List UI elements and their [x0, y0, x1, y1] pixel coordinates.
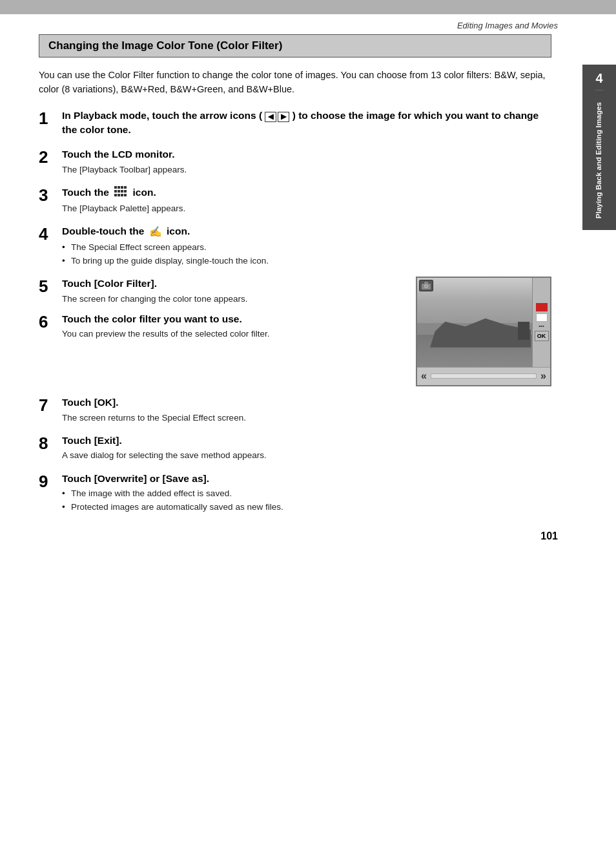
step-1-number: 1: [39, 109, 62, 127]
svg-point-15: [425, 285, 427, 288]
step-3-desc: The [Playback Palette] appears.: [62, 202, 551, 215]
left-arrow-icon: ◀: [265, 112, 276, 122]
sidebar-tab: 4 Playing Back and Editing Images: [582, 65, 616, 230]
svg-rect-3: [124, 186, 127, 189]
step-8-title: Touch [Exit].: [62, 434, 551, 448]
intro-text: You can use the Color Filter function to…: [39, 68, 551, 97]
step-5-desc: The screen for changing the color tone a…: [62, 293, 407, 306]
section-title: Changing the Image Color Tone (Color Fil…: [48, 39, 542, 52]
step-2-number: 2: [39, 147, 62, 165]
svg-rect-10: [121, 194, 123, 196]
step-5-content: Touch [Color Filter]. The screen for cha…: [62, 277, 407, 306]
svg-rect-5: [118, 190, 120, 193]
step-5-row: 5 Touch [Color Filter]. The screen for c…: [39, 277, 407, 306]
step-2-title: Touch the LCD monitor.: [62, 147, 551, 162]
step-8: 8 Touch [Exit]. A save dialog for select…: [39, 434, 551, 463]
step-4-bullet-2: To bring up the guide display, single-to…: [62, 255, 551, 267]
step-7-number: 7: [39, 395, 62, 414]
step-9-number: 9: [39, 472, 62, 490]
step-3-title: Touch the: [62, 185, 551, 200]
svg-rect-4: [114, 190, 117, 193]
step-6-number: 6: [39, 312, 62, 330]
svg-rect-0: [114, 186, 117, 189]
svg-rect-13: [424, 282, 428, 284]
step-4-bullet-1: The Special Effect screen appears.: [62, 241, 551, 254]
step-7: 7 Touch [OK]. The screen returns to the …: [39, 395, 551, 424]
step-6-row: 6 Touch the color filter you want to use…: [39, 312, 407, 341]
grid-icon: [114, 186, 127, 200]
step-3: 3 Touch the: [39, 185, 551, 215]
swatch-red: [536, 303, 548, 311]
svg-rect-9: [118, 194, 120, 196]
step-6-content: Touch the color filter you want to use. …: [62, 312, 407, 341]
hand-icon: ✍: [149, 225, 162, 239]
nav-left-arrow[interactable]: «: [421, 370, 427, 382]
page-number: 101: [540, 530, 558, 542]
swatch-white: [536, 313, 548, 322]
nav-progress-bar: [431, 373, 537, 379]
svg-rect-1: [118, 186, 120, 189]
svg-rect-8: [114, 194, 117, 196]
step-2-content: Touch the LCD monitor. The [Playback Too…: [62, 147, 551, 176]
step-7-content: Touch [OK]. The screen returns to the Sp…: [62, 395, 551, 424]
step-9: 9 Touch [Overwrite] or [Save as]. The im…: [39, 472, 551, 514]
step-7-title: Touch [OK].: [62, 395, 551, 410]
step-9-bullets: The image with the added effect is saved…: [62, 487, 551, 514]
header-text: Editing Images and Movies: [457, 21, 558, 30]
step-8-content: Touch [Exit]. A save dialog for selectin…: [62, 434, 551, 463]
step-1: 1 In Playback mode, touch the arrow icon…: [39, 109, 551, 138]
step-5-title: Touch [Color Filter].: [62, 277, 407, 291]
svg-rect-11: [124, 194, 127, 196]
step-2: 2 Touch the LCD monitor. The [Playback T…: [39, 147, 551, 176]
arrow-icons: ◀▶: [265, 112, 289, 122]
camera-nav-bar: « »: [417, 367, 550, 385]
step-9-bullet-2: Protected images are automatically saved…: [62, 501, 551, 514]
step-4-number: 4: [39, 224, 62, 242]
svg-rect-2: [121, 186, 123, 189]
top-bar: [0, 0, 616, 14]
step-3-number: 3: [39, 185, 62, 204]
ok-button[interactable]: OK: [535, 331, 549, 341]
step-1-title: In Playback mode, touch the arrow icons …: [62, 109, 551, 136]
step-9-content: Touch [Overwrite] or [Save as]. The imag…: [62, 472, 551, 514]
step-7-desc: The screen returns to the Special Effect…: [62, 412, 551, 424]
step-8-number: 8: [39, 434, 62, 452]
step-4: 4 Double-touch the ✍ icon. The Special E…: [39, 224, 551, 267]
step-5: 5 Touch [Color Filter]. The screen for c…: [39, 277, 551, 386]
step-6-desc: You can preview the results of the selec…: [62, 328, 407, 341]
step-8-desc: A save dialog for selecting the save met…: [62, 449, 551, 462]
color-swatch-panel: ••• OK: [532, 278, 550, 367]
svg-rect-7: [124, 190, 127, 193]
step-6-title: Touch the color filter you want to use.: [62, 312, 407, 326]
step-4-bullets: The Special Effect screen appears. To br…: [62, 241, 551, 267]
step-9-title: Touch [Overwrite] or [Save as].: [62, 472, 551, 486]
step-1-content: In Playback mode, touch the arrow icons …: [62, 109, 551, 138]
camera-preview: ••• OK « »: [416, 277, 551, 386]
camera-top-icon: [419, 280, 433, 291]
section-title-box: Changing the Image Color Tone (Color Fil…: [39, 34, 551, 58]
step-2-desc: The [Playback Toolbar] appears.: [62, 163, 551, 176]
swatch-dots: •••: [539, 324, 544, 329]
step-3-content: Touch the: [62, 185, 551, 215]
steps-list: 1 In Playback mode, touch the arrow icon…: [39, 109, 551, 514]
page-header: Editing Images and Movies: [0, 14, 616, 34]
sidebar-chapter-text: Playing Back and Editing Images: [589, 90, 610, 230]
sidebar-chapter-num: 4: [595, 65, 602, 90]
step-4-title: Double-touch the ✍ icon.: [62, 224, 551, 239]
nav-right-arrow[interactable]: »: [540, 370, 546, 382]
svg-rect-6: [121, 190, 123, 193]
step-9-bullet-1: The image with the added effect is saved…: [62, 487, 551, 500]
step-4-content: Double-touch the ✍ icon. The Special Eff…: [62, 224, 551, 267]
right-arrow-icon: ▶: [278, 112, 289, 122]
step-5-number: 5: [39, 277, 62, 295]
